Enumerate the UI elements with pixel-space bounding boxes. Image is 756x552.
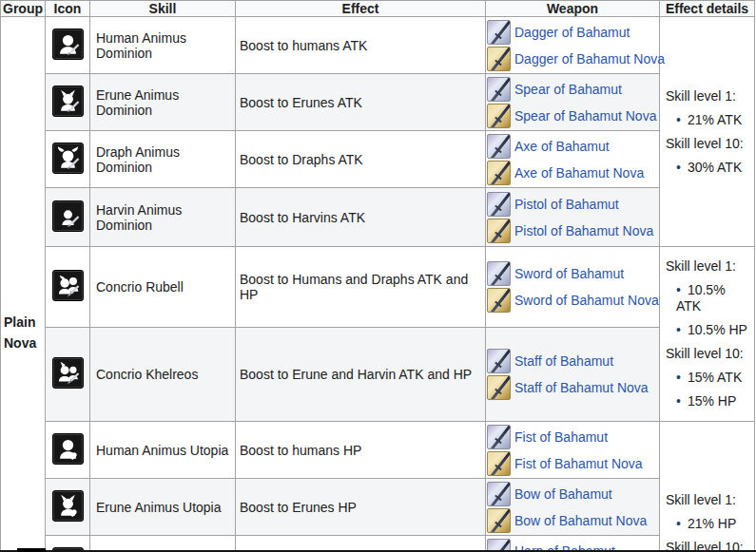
weapon-link[interactable]: Axe of Bahamut Nova [514,165,644,181]
header-row: Group Icon Skill Effect Weapon Effect de… [1,1,755,17]
table-row: Human Animus Utopia Boost to humans HP F… [1,422,755,479]
weapon-link[interactable]: Fist of Bahamut [514,429,608,445]
weapon-entry: Spear of Bahamut Nova [487,103,658,128]
weapon-entry: Dagger of Bahamut Nova [487,46,658,71]
weapon-entry: Dagger of Bahamut [487,19,658,45]
weapon-entry: Axe of Bahamut Nova [487,160,658,185]
weapon-entry: Pistol of Bahamut Nova [487,218,658,243]
detail-bullet-item: 15% ATK [676,370,752,386]
weapon-link[interactable]: Staff of Bahamut Nova [514,380,649,395]
table-row: Erune Animus Dominion Boost to Erunes AT… [1,74,755,131]
weapon-entry: Staff of Bahamut Nova [487,374,658,400]
weapon-thumb-icon[interactable] [487,508,511,533]
skill-effect: Boost to Harvins ATK [236,188,486,247]
weapon-thumb-icon[interactable] [487,161,511,185]
table-row: Harvin Animus Dominion Boost to Harvins … [1,188,755,247]
weapon-link[interactable]: Pistol of Bahamut [514,197,619,212]
weapon-thumb-icon[interactable] [487,134,511,159]
weapon-link[interactable]: Pistol of Bahamut Nova [514,223,653,238]
skill-effect: Boost to Erune and Harvin ATK and HP [236,327,486,421]
weapon-thumb-icon[interactable] [487,349,511,373]
effect-details-cell: Skill level 1: 10.5% ATK 10.5% HP Skill … [660,247,755,422]
table-row: Plain Nova Human Animus Dominion Boost t… [1,17,755,74]
skill-effect: Boost to Draphs ATK [236,131,486,188]
skill-icon-erune-harvin-sword [52,357,84,389]
effect-details-cell: Skill level 1: 21% ATK Skill level 10: 3… [660,17,755,247]
weapon-thumb-icon[interactable] [487,482,511,506]
weapon-entry: Sword of Bahamut Nova [487,287,658,313]
col-header-effect: Effect [236,1,486,17]
weapon-entry: Fist of Bahamut Nova [487,450,658,476]
weapon-thumb-icon[interactable] [487,20,511,45]
weapon-link[interactable]: Bow of Bahamut [514,486,612,502]
group-cell: Plain Nova [1,17,46,552]
col-header-weapon: Weapon [486,1,660,17]
skill-effect: Boost to humans HP [236,422,486,479]
weapon-link[interactable]: Dagger of Bahamut Nova [514,51,665,67]
skill-name: Human Animus Utopia [90,422,236,479]
weapon-link[interactable]: Axe of Bahamut [514,139,610,154]
skill-name: Draph Animus Dominion [90,131,236,188]
detail-bullet-item: 10.5% ATK [676,282,752,314]
table-row: Concrio Khelreos Boost to Erune and Harv… [1,327,755,421]
skill-name: Concrio Khelreos [90,327,236,421]
skill-name: Concrio Rubell [90,247,236,328]
weapon-thumb-icon[interactable] [487,288,511,313]
weapon-link[interactable]: Fist of Bahamut Nova [514,456,643,471]
weapon-thumb-icon[interactable] [487,451,511,476]
weapon-entry: Sword of Bahamut [487,260,658,286]
skill-icon-human-draph-sword [52,270,84,301]
weapon-entry: Bow of Bahamut Nova [487,507,658,533]
skill-level-label: Skill level 1: [666,258,752,275]
weapon-entry: Pistol of Bahamut [487,191,658,217]
weapon-thumb-icon[interactable] [487,425,511,449]
weapon-entry: Fist of Bahamut [487,424,658,449]
skill-icon-human-heart [52,433,84,465]
weapon-thumb-icon[interactable] [487,192,511,217]
weapon-thumb-icon[interactable] [487,104,511,128]
weapon-link[interactable]: Spear of Bahamut Nova [514,108,656,124]
skill-name: Erune Animus Utopia [90,479,236,536]
skill-icon-harvin-sword [52,200,84,232]
weapon-entry: Bow of Bahamut [487,481,658,506]
table-row: Draph Animus Dominion Boost to Draphs AT… [1,131,755,188]
col-header-skill: Skill [90,1,236,17]
detail-bullet-item: 21% HP [676,516,752,532]
skill-icon-erune-heart [52,490,84,522]
skill-effect: Boost to humans ATK [236,17,486,74]
weapon-thumb-icon[interactable] [487,375,511,400]
skill-name: Harvin Animus Dominion [90,188,236,247]
weapon-link[interactable]: Dagger of Bahamut [514,25,630,40]
weapon-entry: Staff of Bahamut [487,348,658,373]
skill-effect: Boost to Erunes ATK [236,74,486,131]
skill-icon-draph-sword [52,143,84,174]
skill-effect: Boost to Erunes HP [236,479,486,536]
weapon-thumb-icon[interactable] [487,77,511,102]
weapon-link[interactable]: Staff of Bahamut [514,353,613,369]
weapon-thumb-icon[interactable] [487,47,511,71]
wiki-skill-table-page: Group Icon Skill Effect Weapon Effect de… [0,0,756,552]
weapon-thumb-icon[interactable] [487,219,511,243]
skill-icon-human-sword [52,29,84,60]
detail-bullet-item: 10.5% HP [676,322,752,338]
col-header-icon: Icon [46,1,90,17]
table-row: Erune Animus Utopia Boost to Erunes HP B… [1,479,755,536]
detail-bullet-item: 30% ATK [676,160,752,176]
col-header-group: Group [1,1,46,17]
detail-bullet-item: 21% ATK [676,112,752,128]
weapon-link[interactable]: Sword of Bahamut Nova [514,293,659,308]
screen-bottom-edge-segment [17,548,46,552]
skill-level-label: Skill level 10: [666,136,752,152]
skill-level-label: Skill level 10: [666,346,752,362]
weapon-link[interactable]: Sword of Bahamut [514,266,624,281]
weapon-link[interactable]: Spear of Bahamut [514,82,622,97]
weapon-link[interactable]: Bow of Bahamut Nova [514,513,647,528]
weapon-entry: Axe of Bahamut [487,133,658,159]
weapon-entry: Spear of Bahamut [487,76,658,102]
weapon-thumb-icon[interactable] [487,261,511,286]
skill-level-label: Skill level 1: [666,88,752,105]
skill-level-label: Skill level 1: [666,492,752,508]
col-header-effect-details: Effect details [660,1,755,17]
skill-name: Human Animus Dominion [90,17,236,74]
skill-icon-erune-sword [52,86,84,117]
